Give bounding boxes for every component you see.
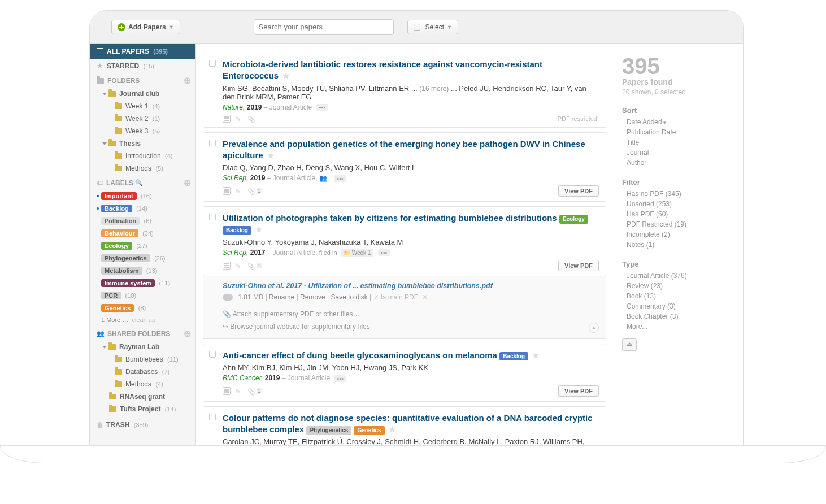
close-icon[interactable]: ✕ — [422, 293, 428, 301]
paper-checkbox[interactable] — [209, 414, 216, 420]
sort-journal[interactable]: Journal — [622, 147, 734, 158]
pencil-icon[interactable] — [235, 187, 243, 195]
sidebar-trash[interactable]: 🗑 TRASH (359) — [90, 419, 195, 431]
paper-title[interactable]: Anti-cancer effect of dung beetle glycos… — [223, 350, 599, 361]
pencil-icon[interactable] — [235, 387, 243, 395]
type-journal-article[interactable]: Journal Article (376) — [622, 271, 734, 281]
authors-more[interactable]: (16 more) — [419, 85, 449, 93]
browse-journal[interactable]: ↪ Browse journal website for supplementa… — [223, 320, 586, 333]
more-icon[interactable]: ••• — [334, 175, 346, 182]
sort-pub-date[interactable]: Publication Date — [622, 127, 734, 137]
type-review[interactable]: Review (23) — [622, 281, 734, 291]
shared-rayman-lab[interactable]: Rayman Lab — [90, 341, 195, 353]
view-pdf-button[interactable]: View PDF — [558, 185, 599, 197]
view-pdf-button[interactable]: View PDF — [558, 385, 599, 397]
add-shared-icon[interactable]: ⊕ — [184, 328, 191, 339]
label-ecology[interactable]: Ecology (27) — [90, 240, 195, 252]
paper-checkbox[interactable] — [209, 214, 216, 220]
type-more[interactable]: More... — [622, 321, 734, 332]
filter-no-pdf[interactable]: Has no PDF (345) — [622, 189, 734, 199]
type-book[interactable]: Book (13) — [622, 291, 734, 301]
label-behaviour[interactable]: Behaviour (34) — [90, 227, 195, 240]
note-icon[interactable] — [223, 387, 231, 395]
attachment-icon[interactable] — [247, 387, 255, 395]
sidebar-starred[interactable]: ★ STARRED (15) — [90, 59, 195, 72]
filter-unsorted[interactable]: Unsorted (253) — [622, 199, 734, 209]
label-backlog[interactable]: Backlog (14) — [90, 202, 195, 215]
type-commentary[interactable]: Commentary (3) — [622, 301, 734, 311]
eject-button[interactable]: ⏏ — [622, 338, 637, 351]
filter-incomplete[interactable]: Incomplete (2) — [622, 229, 734, 240]
folder-methods[interactable]: Methods (5) — [90, 162, 195, 175]
more-icon[interactable]: ••• — [378, 249, 390, 256]
add-papers-button[interactable]: Add Papers ▼ — [111, 20, 180, 34]
more-icon[interactable]: ••• — [334, 375, 346, 382]
filed-folder-chip[interactable]: 📁 Week 1 — [341, 249, 374, 257]
paper-checkbox[interactable] — [209, 60, 216, 67]
collapse-icon[interactable]: ▲ — [589, 323, 599, 333]
sidebar-all-papers[interactable]: ALL PAPERS (395) — [90, 44, 195, 59]
labels-more[interactable]: 1 More … clean up — [90, 314, 195, 325]
add-folder-icon[interactable]: ⊕ — [184, 75, 191, 86]
attachment-icon[interactable] — [247, 187, 255, 195]
search-icon[interactable]: 🔍 — [135, 179, 143, 186]
folder-week2[interactable]: Week 2 (1) — [90, 112, 195, 125]
paper-title[interactable]: Microbiota-derived lantibiotic restores … — [223, 59, 599, 82]
attachment-icon[interactable] — [247, 115, 255, 123]
paper-item[interactable]: Prevalence and population genetics of th… — [203, 132, 606, 202]
paper-item[interactable]: Microbiota-derived lantibiotic restores … — [203, 53, 606, 128]
paper-checkbox[interactable] — [209, 351, 216, 358]
paper-item[interactable]: Utilization of photographs taken by citi… — [203, 206, 606, 276]
pencil-icon[interactable] — [235, 115, 243, 123]
folder-thesis[interactable]: Thesis — [90, 137, 195, 150]
attachment-icon[interactable] — [247, 262, 255, 270]
label-important[interactable]: Important (16) — [90, 190, 195, 202]
labels-cleanup[interactable]: clean up — [132, 316, 155, 323]
shared-rnaseq[interactable]: RNAseq grant — [90, 390, 195, 403]
pdf-remove[interactable]: Remove — [300, 293, 325, 301]
paper-checkbox[interactable] — [209, 140, 216, 146]
note-icon[interactable] — [223, 115, 231, 123]
search-input[interactable] — [254, 19, 394, 35]
paper-item[interactable]: Anti-cancer effect of dung beetle glycos… — [203, 344, 606, 402]
filter-pdf-restricted[interactable]: PDF Restricted (19) — [622, 219, 734, 229]
paper-title[interactable]: Prevalence and population genetics of th… — [223, 138, 599, 162]
paper-title[interactable]: Utilization of photographs taken by citi… — [223, 212, 599, 236]
star-icon[interactable]: ★ — [282, 71, 290, 80]
pencil-icon[interactable] — [235, 262, 243, 270]
label-phylogenetics[interactable]: Phylogenetics (26) — [90, 252, 195, 264]
label-pcr[interactable]: PCR (10) — [90, 289, 195, 302]
paper-title[interactable]: Colour patterns do not diagnose species:… — [223, 412, 599, 436]
sort-author[interactable]: Author — [622, 158, 734, 168]
star-icon[interactable]: ★ — [532, 351, 540, 360]
add-label-icon[interactable]: ⊕ — [184, 177, 191, 188]
note-icon[interactable] — [223, 187, 231, 195]
folder-week1[interactable]: Week 1 (4) — [90, 100, 195, 112]
folder-introduction[interactable]: Introduction (4) — [90, 150, 195, 162]
shared-tufts[interactable]: Tufts Project (14) — [90, 403, 195, 415]
folder-journal-club[interactable]: Journal club — [90, 88, 195, 100]
shared-databases[interactable]: Databases (7) — [90, 366, 195, 378]
star-icon[interactable]: ★ — [255, 225, 263, 234]
shared-methods[interactable]: Methods (4) — [90, 378, 195, 390]
label-metabolism[interactable]: Metabolism (13) — [90, 264, 195, 277]
pdf-save[interactable]: Save to disk — [331, 293, 367, 301]
filter-has-pdf[interactable]: Has PDF (50) — [622, 209, 734, 219]
note-icon[interactable] — [223, 262, 231, 270]
pdf-filename[interactable]: Suzuki-Ohno et al. 2017 - Utilization of… — [223, 282, 586, 290]
filter-notes[interactable]: Notes (1) — [622, 240, 734, 250]
sort-title[interactable]: Title — [622, 137, 734, 147]
star-icon[interactable]: ★ — [389, 425, 396, 434]
folder-week3[interactable]: Week 3 (5) — [90, 125, 195, 137]
select-button[interactable]: Select ▼ — [407, 20, 458, 34]
attach-supplementary[interactable]: 📎 Attach supplementary PDF or other file… — [223, 308, 586, 320]
label-genetics[interactable]: Genetics (8) — [90, 302, 195, 314]
view-pdf-button[interactable]: View PDF — [558, 260, 599, 271]
paper-item[interactable]: Colour patterns do not diagnose species:… — [203, 406, 606, 445]
sort-date-added[interactable]: Date Added — [622, 117, 734, 127]
label-immune-system[interactable]: Immune system (11) — [90, 277, 195, 289]
shared-bumblebees[interactable]: Bumblebees (11) — [90, 353, 195, 366]
pdf-rename[interactable]: Rename — [269, 293, 294, 301]
type-book-chapter[interactable]: Book Chapter (3) — [622, 311, 734, 321]
star-icon[interactable]: ★ — [267, 151, 275, 160]
